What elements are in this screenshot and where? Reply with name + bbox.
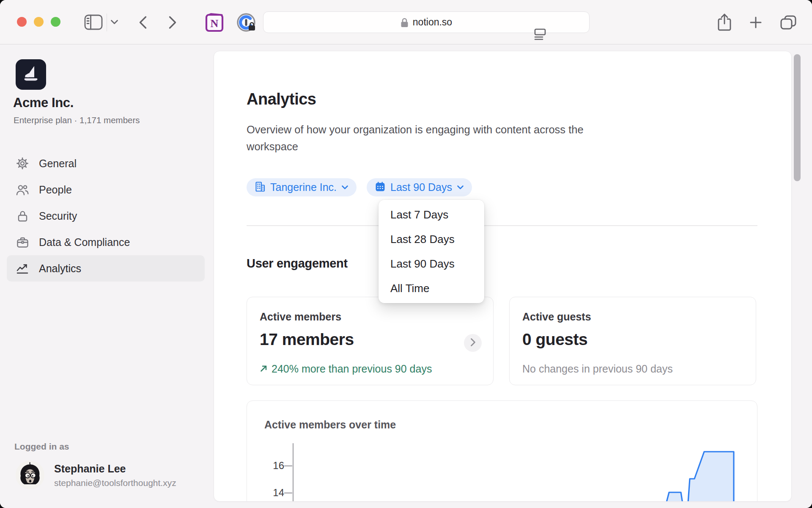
close-button[interactable]: [17, 17, 27, 27]
sidebar-menu-chevron[interactable]: [108, 18, 120, 26]
sidebar-item-label: General: [39, 157, 77, 170]
menu-item-last-28-days[interactable]: Last 28 Days: [379, 227, 484, 251]
notion-extension-button[interactable]: N: [204, 12, 225, 33]
menu-item-last-7-days[interactable]: Last 7 Days: [379, 202, 484, 227]
share-icon: [717, 13, 732, 32]
date-range-dropdown-menu: Last 7 Days Last 28 Days Last 90 Days Al…: [379, 200, 484, 303]
sidebar-item-label: Analytics: [39, 262, 81, 275]
members-over-time-card: Active members over time 16 14: [247, 400, 757, 502]
window-controls: [17, 17, 60, 27]
url-text: notion.so: [413, 17, 452, 28]
arrow-up-right-icon: [260, 363, 268, 375]
chevron-right-icon: [168, 16, 177, 29]
date-range-filter-label: Last 90 Days: [390, 181, 452, 193]
onepassword-icon: [236, 12, 257, 33]
building-icon: [255, 181, 266, 194]
card-change-text: 240% more than previous 90 days: [272, 363, 432, 375]
section-title: User engagement: [247, 257, 348, 271]
date-range-filter-chip[interactable]: Last 90 Days: [367, 178, 472, 196]
lock-icon: [401, 17, 409, 28]
tabs-icon: [780, 15, 796, 30]
briefcase-icon: [16, 237, 29, 248]
sidebar-item-data-compliance[interactable]: Data & Compliance: [7, 229, 205, 255]
card-detail-button[interactable]: [464, 334, 482, 352]
share-button[interactable]: [716, 12, 733, 33]
workspace-filter-chip[interactable]: Tangerine Inc.: [247, 178, 357, 196]
chevron-down-icon: [457, 184, 464, 191]
members-line-chart: [247, 441, 758, 502]
user-email: stephanie@toolsforthought.xyz: [54, 478, 176, 488]
chevron-down-icon: [110, 19, 118, 25]
browser-toolbar: N: [0, 0, 812, 44]
calendar-icon: [375, 181, 386, 194]
card-change-text: No changes in previous 90 days: [522, 363, 673, 375]
sidebar-toggle-icon: [84, 14, 103, 30]
sidebar-item-analytics[interactable]: Analytics: [7, 255, 205, 282]
card-value: 0 guests: [522, 330, 743, 349]
card-title: Active members: [260, 311, 480, 323]
chevron-down-icon: [341, 184, 348, 191]
notion-icon: N: [205, 13, 224, 33]
card-title: Active guests: [522, 311, 743, 323]
stat-cards: Active members 17 members 240% more than…: [247, 297, 756, 385]
card-change: No changes in previous 90 days: [522, 363, 673, 375]
user-avatar: [16, 461, 44, 489]
logged-in-label: Logged in as: [14, 442, 69, 452]
svg-text:N: N: [211, 17, 219, 30]
tab-overview-button[interactable]: [779, 14, 798, 31]
filter-chips: Tangerine Inc.: [247, 178, 472, 196]
back-button[interactable]: [136, 14, 150, 30]
sidebar-item-people[interactable]: People: [7, 177, 205, 203]
chart-title: Active members over time: [264, 419, 396, 431]
user-name: Stephanie Lee: [54, 463, 126, 475]
settings-nav: General People: [7, 150, 205, 282]
workspace-logo: [16, 59, 46, 90]
new-tab-button[interactable]: [748, 14, 764, 30]
chevron-left-icon: [139, 16, 147, 29]
plus-icon: [749, 16, 763, 29]
sidebar-item-security[interactable]: Security: [7, 203, 205, 229]
toolbar-separator: [107, 14, 107, 31]
minimize-button[interactable]: [34, 17, 44, 27]
sidebar-item-label: Security: [39, 210, 77, 222]
scrollbar-thumb[interactable]: [794, 54, 801, 181]
sidebar-item-general[interactable]: General: [7, 150, 205, 177]
workspace-name: Acme Inc.: [13, 95, 74, 110]
forward-button[interactable]: [166, 14, 179, 30]
menu-item-last-90-days[interactable]: Last 90 Days: [379, 251, 484, 276]
url-bar[interactable]: notion.so: [263, 11, 590, 33]
menu-item-all-time[interactable]: All Time: [379, 276, 484, 301]
page-description: Overview of how your organization is eng…: [247, 121, 636, 155]
gear-icon: [16, 157, 29, 169]
workspace-meta: Enterprise plan · 1,171 members: [14, 115, 140, 125]
lock-icon: [16, 210, 29, 222]
sidebar-toggle-button[interactable]: [83, 13, 104, 32]
people-icon: [16, 184, 29, 196]
onepassword-extension-button[interactable]: [235, 11, 258, 34]
page-title: Analytics: [247, 90, 316, 108]
card-value: 17 members: [260, 330, 480, 349]
browser-window: N: [0, 0, 812, 508]
active-guests-card: Active guests 0 guests No changes in pre…: [509, 297, 756, 385]
sidebar-item-label: People: [39, 184, 72, 196]
sidebar-item-label: Data & Compliance: [39, 236, 130, 248]
page-content: Acme Inc. Enterprise plan · 1,171 member…: [0, 44, 812, 508]
analytics-panel: Analytics Overview of how your organizat…: [214, 51, 792, 502]
workspace-filter-label: Tangerine Inc.: [270, 181, 337, 193]
card-change: 240% more than previous 90 days: [260, 363, 432, 375]
trend-chart-icon: [16, 263, 29, 274]
sailboat-icon: [20, 63, 41, 86]
section-divider: [247, 225, 757, 226]
active-members-card[interactable]: Active members 17 members 240% more than…: [247, 297, 494, 385]
chevron-right-icon: [470, 338, 476, 348]
zoom-button[interactable]: [51, 17, 60, 27]
